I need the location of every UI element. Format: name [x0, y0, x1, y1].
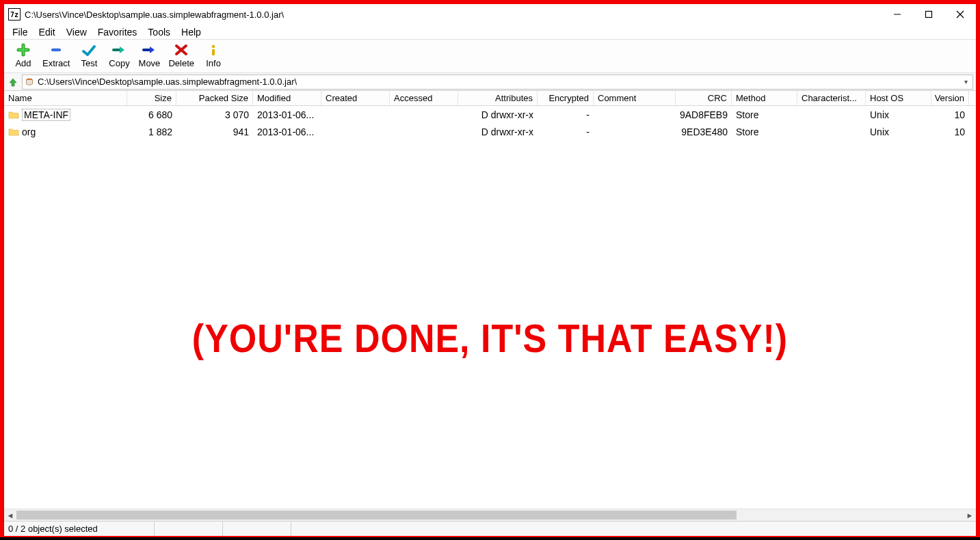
delete-icon [173, 42, 189, 57]
extract-label: Extract [42, 58, 70, 68]
annotation-overlay: (YOU'RE DONE, IT'S THAT EASY!) [4, 316, 976, 361]
status-bar: 0 / 2 object(s) selected [4, 521, 976, 536]
jar-file-icon [24, 77, 35, 87]
copy-label: Copy [109, 58, 129, 68]
cell-version: 10 [931, 109, 969, 120]
scroll-right-button[interactable]: ► [964, 509, 976, 521]
column-header-crc[interactable]: CRC [676, 91, 732, 105]
extract-icon [48, 42, 64, 57]
test-icon [81, 42, 97, 57]
column-header-row: NameSizePacked SizeModifiedCreatedAccess… [4, 91, 976, 106]
svg-rect-5 [52, 49, 60, 51]
window-title: C:\Users\Vince\Desktop\sample.uas.simple… [25, 10, 882, 20]
window-controls [882, 4, 976, 25]
info-label: Info [206, 58, 221, 68]
copy-icon [111, 42, 127, 57]
svg-rect-6 [212, 45, 215, 48]
add-button[interactable]: Add [8, 41, 38, 70]
cell-hostos: Unix [866, 109, 931, 120]
close-button[interactable] [944, 4, 976, 25]
status-cell-3 [223, 522, 291, 536]
info-button[interactable]: Info [198, 41, 228, 70]
address-input[interactable] [38, 77, 960, 87]
column-header-packed[interactable]: Packed Size [176, 91, 253, 105]
cell-encrypted: - [538, 109, 594, 120]
address-input-wrap[interactable]: ▾ [22, 75, 973, 90]
file-list[interactable]: META-INF6 6803 0702013-01-06...D drwxr-x… [4, 106, 976, 509]
cell-size: 6 680 [127, 109, 176, 120]
move-label: Move [139, 58, 161, 68]
table-row[interactable]: META-INF6 6803 0702013-01-06...D drwxr-x… [4, 106, 976, 123]
column-header-created[interactable]: Created [321, 91, 390, 105]
chevron-down-icon: ▾ [964, 78, 968, 85]
minimize-icon [893, 10, 901, 18]
cell-version: 10 [931, 126, 969, 137]
column-header-modified[interactable]: Modified [253, 91, 321, 105]
cell-attributes: D drwxr-xr-x [458, 126, 538, 137]
app-icon: 7z [8, 8, 21, 21]
column-header-method[interactable]: Method [732, 91, 797, 105]
svg-rect-1 [926, 12, 932, 18]
folder-icon [8, 110, 19, 120]
close-icon [956, 10, 964, 18]
up-arrow-icon [8, 77, 18, 87]
maximize-icon [925, 10, 933, 18]
copy-button[interactable]: Copy [104, 41, 134, 70]
cell-method: Store [732, 126, 797, 137]
cell-hostos: Unix [866, 126, 931, 137]
test-button[interactable]: Test [74, 41, 104, 70]
column-header-attributes[interactable]: Attributes [458, 91, 538, 105]
file-name: org [22, 126, 36, 137]
toolbar: AddExtractTestCopyMoveDeleteInfo [4, 40, 976, 73]
svg-rect-7 [212, 49, 215, 55]
menu-edit[interactable]: Edit [34, 25, 61, 39]
cell-crc: 9AD8FEB9 [676, 109, 732, 120]
column-header-version[interactable]: Version [931, 91, 969, 105]
file-name: META-INF [22, 109, 70, 121]
cell-size: 1 882 [127, 126, 176, 137]
extract-button[interactable]: Extract [38, 41, 74, 70]
cell-method: Store [732, 109, 797, 120]
scroll-track[interactable] [16, 509, 964, 521]
status-selection: 0 / 2 object(s) selected [4, 522, 155, 536]
cell-name: org [4, 126, 127, 137]
cell-modified: 2013-01-06... [253, 109, 321, 120]
column-header-characteristics[interactable]: Characterist... [797, 91, 866, 105]
cell-modified: 2013-01-06... [253, 126, 321, 137]
test-label: Test [81, 58, 98, 68]
column-header-comment[interactable]: Comment [594, 91, 676, 105]
cell-packed: 941 [176, 126, 253, 137]
title-bar: 7z C:\Users\Vince\Desktop\sample.uas.sim… [4, 4, 976, 25]
column-header-size[interactable]: Size [127, 91, 176, 105]
minimize-button[interactable] [882, 4, 913, 25]
cell-encrypted: - [538, 126, 594, 137]
move-icon [141, 42, 157, 57]
address-dropdown-button[interactable]: ▾ [960, 75, 971, 89]
menu-tools[interactable]: Tools [142, 25, 176, 39]
cell-attributes: D drwxr-xr-x [458, 109, 538, 120]
horizontal-scrollbar[interactable]: ◄ ► [4, 509, 976, 521]
folder-icon [8, 127, 19, 137]
cell-name: META-INF [4, 109, 127, 121]
menu-help[interactable]: Help [176, 25, 207, 39]
move-button[interactable]: Move [134, 41, 164, 70]
up-button[interactable] [7, 76, 19, 88]
maximize-button[interactable] [913, 4, 944, 25]
status-cell-2 [155, 522, 223, 536]
menu-favorites[interactable]: Favorites [92, 25, 143, 39]
column-header-accessed[interactable]: Accessed [390, 91, 458, 105]
scroll-thumb[interactable] [16, 511, 737, 519]
delete-button[interactable]: Delete [164, 41, 198, 70]
delete-label: Delete [168, 58, 194, 68]
info-icon [205, 42, 222, 57]
menu-file[interactable]: File [7, 25, 34, 39]
table-row[interactable]: org1 8829412013-01-06...D drwxr-xr-x-9ED… [4, 123, 976, 140]
menu-bar: FileEditViewFavoritesToolsHelp [4, 25, 976, 40]
column-header-encrypted[interactable]: Encrypted [538, 91, 594, 105]
cell-packed: 3 070 [176, 109, 253, 120]
column-header-name[interactable]: Name [4, 91, 127, 105]
menu-view[interactable]: View [61, 25, 92, 39]
add-label: Add [15, 58, 31, 68]
column-header-hostos[interactable]: Host OS [866, 91, 931, 105]
scroll-left-button[interactable]: ◄ [4, 509, 16, 521]
